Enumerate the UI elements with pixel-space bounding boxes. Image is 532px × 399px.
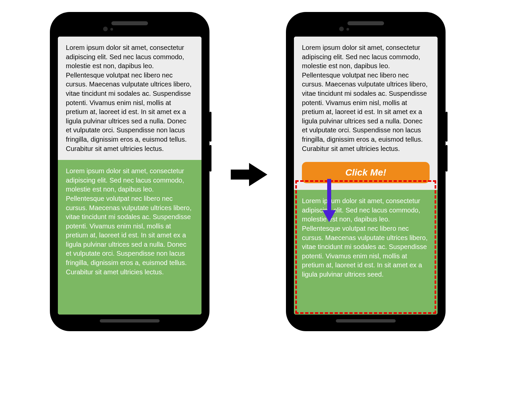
- text-block-green: Lorem ipsum dolor sit amet, consectetur …: [58, 160, 201, 315]
- screen-before[interactable]: Lorem ipsum dolor sit amet, consectetur …: [58, 37, 201, 315]
- paragraph-text: Lorem ipsum dolor sit amet, consectetur …: [302, 197, 430, 279]
- cta-button[interactable]: Click Me!: [302, 162, 430, 183]
- paragraph-text: Lorem ipsum dolor sit amet, consectetur …: [66, 167, 194, 277]
- phone-camera-icon: [103, 27, 108, 31]
- paragraph-text: Lorem ipsum dolor sit amet, consectetur …: [302, 43, 430, 153]
- paragraph-text: Lorem ipsum dolor sit amet, consectetur …: [66, 43, 194, 153]
- phone-earpiece: [347, 21, 384, 25]
- text-block-gray: Lorem ipsum dolor sit amet, consectetur …: [294, 37, 438, 157]
- text-block-green: Lorem ipsum dolor sit amet, consectetur …: [294, 190, 438, 315]
- phone-after: Lorem ipsum dolor sit amet, consectetur …: [286, 12, 446, 331]
- transition-arrow-icon: [231, 163, 267, 186]
- phone-side-button: [446, 112, 448, 142]
- text-block-gray: Lorem ipsum dolor sit amet, consectetur …: [58, 37, 201, 160]
- phone-side-button: [209, 145, 211, 172]
- phone-sensor-icon: [346, 28, 349, 31]
- phone-home-indicator: [336, 319, 396, 323]
- phone-before: Lorem ipsum dolor sit amet, consectetur …: [50, 12, 209, 331]
- screen-after[interactable]: Lorem ipsum dolor sit amet, consectetur …: [294, 37, 438, 315]
- phone-side-button: [209, 112, 211, 142]
- phone-earpiece: [111, 21, 148, 25]
- phone-side-button: [446, 145, 448, 172]
- svg-marker-0: [231, 163, 267, 186]
- phone-sensor-icon: [110, 28, 113, 31]
- phone-home-indicator: [100, 319, 160, 323]
- inserted-cta-row: Click Me!: [294, 157, 438, 190]
- phone-camera-icon: [339, 27, 344, 31]
- comparison-stage: Lorem ipsum dolor sit amet, consectetur …: [0, 0, 532, 399]
